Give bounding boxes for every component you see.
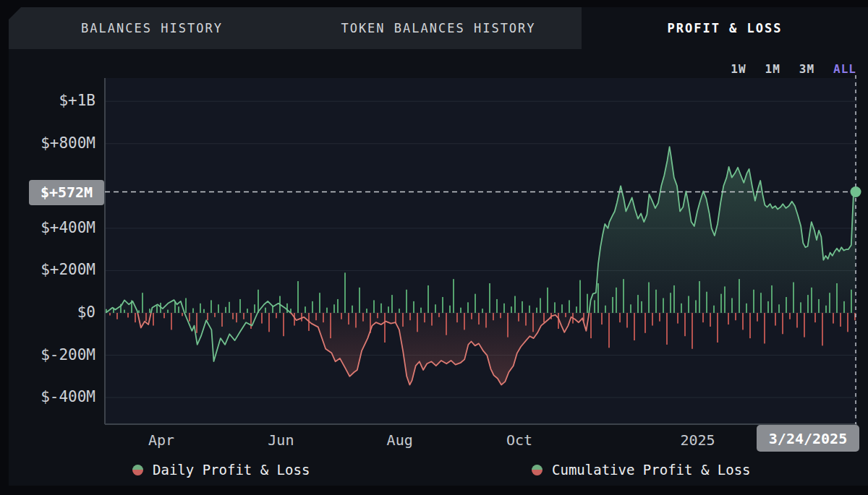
legend-cumulative-profit-loss[interactable]: Cumulative Profit & Loss [532, 461, 751, 478]
legend-label: Cumulative Profit & Loss [552, 462, 751, 478]
crosshair-value-badge: $+572M [29, 180, 104, 205]
y-tick-400: $+400M [0, 219, 95, 236]
y-tick-200: $+200M [0, 261, 95, 278]
x-tick-apr: Apr [125, 431, 197, 449]
legend-label: Daily Profit & Loss [153, 462, 310, 478]
y-tick-800: $+800M [0, 134, 95, 152]
range-1w[interactable]: 1W [731, 62, 746, 76]
time-range-selector: 1W1M3MALL [731, 62, 856, 76]
last-point-marker [851, 186, 861, 197]
y-tick-0: $0 [0, 304, 95, 321]
y-tick--200: $-200M [0, 346, 95, 363]
crosshair-date-badge: 3/24/2025 [757, 425, 859, 452]
x-tick-oct: Oct [483, 431, 556, 449]
x-tick-jun: Jun [244, 431, 317, 449]
legend-dot-icon [132, 465, 143, 475]
range-all[interactable]: ALL [833, 62, 856, 76]
x-tick-aug: Aug [364, 431, 436, 449]
range-3m[interactable]: 3M [799, 62, 814, 76]
legend-dot-icon [532, 465, 542, 475]
legend-daily-profit-loss[interactable]: Daily Profit & Loss [132, 461, 310, 478]
y-tick-1000: $+1B [0, 92, 95, 109]
y-tick--400: $-400M [0, 388, 95, 405]
profit-loss-dashboard: BALANCES HISTORYTOKEN BALANCES HISTORYPR… [0, 0, 868, 495]
x-tick-2025: 2025 [662, 431, 734, 449]
range-1m[interactable]: 1M [765, 62, 780, 76]
